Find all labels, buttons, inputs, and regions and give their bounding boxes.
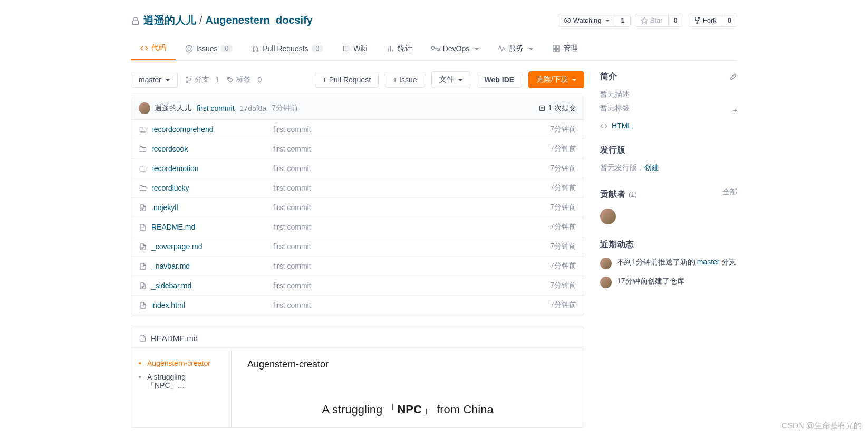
tab-issues[interactable]: Issues0 — [176, 37, 242, 60]
create-release-link[interactable]: 创建 — [644, 163, 659, 172]
file-icon — [139, 203, 147, 212]
repo-title: 逍遥的人儿 / Augenestern_docsify — [131, 13, 313, 27]
tab-pr[interactable]: Pull Requests0 — [242, 37, 333, 60]
tab-service[interactable]: 服务 — [488, 37, 543, 60]
svg-point-10 — [257, 50, 258, 52]
tab-devops[interactable]: DevOps — [422, 37, 489, 60]
file-link[interactable]: .nojekyll — [151, 203, 178, 212]
file-commit-msg: first commit — [273, 281, 550, 290]
file-time: 7分钟前 — [550, 242, 576, 251]
commits-link[interactable]: 1 次提交 — [538, 103, 576, 113]
file-icon — [139, 301, 147, 310]
file-time: 7分钟前 — [550, 281, 576, 290]
file-link[interactable]: recordemotion — [151, 164, 199, 173]
last-commit-bar: 逍遥的人儿 first commit 17d5f8a 7分钟前 1 次提交 — [131, 97, 584, 120]
svg-point-1 — [566, 20, 568, 22]
svg-point-21 — [229, 78, 229, 79]
folder-icon — [139, 145, 147, 154]
branch-link[interactable]: master — [697, 258, 720, 266]
svg-rect-14 — [553, 45, 555, 48]
file-link[interactable]: _coverpage.md — [151, 242, 202, 251]
file-row: recordcookfirst commit7分钟前 — [131, 139, 584, 159]
about-tags: 暂无标签 — [600, 103, 630, 113]
file-time: 7分钟前 — [550, 125, 576, 134]
file-link[interactable]: recordcook — [151, 145, 188, 153]
star-count: 0 — [668, 14, 683, 26]
avatar — [600, 258, 612, 269]
file-link[interactable]: recordcomprehend — [151, 125, 214, 134]
file-commit-msg: first commit — [273, 223, 550, 231]
file-row: _navbar.mdfirst commit7分钟前 — [131, 257, 584, 276]
readme-toc: Augenstern-creatorA struggling 「NPC」… — [131, 349, 232, 427]
star-button[interactable]: Star 0 — [635, 14, 683, 27]
file-link[interactable]: _navbar.md — [151, 262, 190, 270]
branches-link[interactable]: 分支 1 — [185, 75, 220, 84]
repo-link[interactable]: Augenestern_docsify — [206, 14, 313, 26]
repo-tabs: 代码 Issues0 Pull Requests0 Wiki 统计 DevOps… — [131, 37, 737, 61]
folder-icon — [139, 184, 147, 193]
commit-message[interactable]: first commit — [197, 104, 235, 112]
tab-manage[interactable]: 管理 — [543, 37, 587, 60]
fork-button[interactable]: Fork 0 — [688, 14, 737, 27]
tags-link[interactable]: 标签 0 — [227, 75, 262, 84]
lang-link[interactable]: HTML — [612, 121, 632, 130]
svg-rect-16 — [553, 49, 555, 51]
folder-icon — [139, 125, 147, 134]
webide-button[interactable]: Web IDE — [477, 72, 523, 88]
owner-link[interactable]: 逍遥的人儿 — [143, 13, 196, 27]
file-commit-msg: first commit — [273, 242, 550, 251]
file-link[interactable]: README.md — [151, 223, 195, 231]
add-tag-icon[interactable]: + — [733, 106, 737, 115]
file-commit-msg: first commit — [273, 125, 550, 134]
release-title: 发行版 — [600, 145, 625, 156]
file-time: 7分钟前 — [550, 222, 576, 232]
file-row: recordemotionfirst commit7分钟前 — [131, 159, 584, 178]
file-icon — [139, 242, 147, 251]
activity-title: 近期动态 — [600, 239, 634, 250]
file-icon — [139, 223, 147, 232]
file-menu-button[interactable]: 文件 — [431, 71, 470, 88]
svg-rect-0 — [133, 21, 139, 25]
file-row: recordcomprehendfirst commit7分钟前 — [131, 120, 584, 139]
file-link[interactable]: _sidebar.md — [151, 281, 191, 290]
watch-count: 1 — [615, 14, 630, 26]
file-link[interactable]: index.html — [151, 301, 185, 309]
contrib-title: 贡献者(1) — [600, 189, 637, 200]
lock-icon — [131, 14, 140, 26]
toc-item[interactable]: A struggling 「NPC」… — [139, 373, 224, 391]
tab-code[interactable]: 代码 — [131, 37, 176, 60]
new-issue-button[interactable]: + Issue — [385, 72, 425, 88]
readme-h1: Augenstern-creator — [247, 359, 568, 370]
file-icon — [139, 281, 147, 290]
avatar — [600, 277, 612, 288]
watermark: CSDN @生命是有光的 — [782, 421, 862, 428]
branch-select[interactable]: master — [131, 72, 178, 88]
tab-wiki[interactable]: Wiki — [333, 37, 377, 60]
readme-filename: README.md — [151, 334, 198, 343]
commit-author: 逍遥的人儿 — [155, 103, 191, 113]
svg-point-4 — [698, 17, 699, 18]
file-row: _sidebar.mdfirst commit7分钟前 — [131, 276, 584, 296]
edit-about-icon[interactable] — [729, 72, 737, 81]
svg-point-18 — [186, 77, 187, 78]
toc-item[interactable]: Augenstern-creator — [139, 359, 224, 367]
svg-point-7 — [188, 48, 190, 50]
svg-rect-15 — [557, 45, 559, 48]
contributor-avatar[interactable] — [600, 209, 616, 224]
watch-button[interactable]: Watching 1 — [558, 14, 631, 27]
file-row: _coverpage.mdfirst commit7分钟前 — [131, 237, 584, 257]
contrib-all-link[interactable]: 全部 — [722, 187, 737, 197]
file-commit-msg: first commit — [273, 301, 550, 309]
tab-stats[interactable]: 统计 — [377, 37, 422, 60]
new-pr-button[interactable]: + Pull Request — [315, 72, 379, 88]
svg-point-6 — [186, 45, 192, 52]
about-title: 简介 — [600, 71, 617, 82]
about-desc: 暂无描述 — [600, 90, 737, 99]
fork-count: 0 — [722, 14, 737, 26]
file-link[interactable]: recordlucky — [151, 184, 189, 192]
file-time: 7分钟前 — [550, 300, 576, 310]
svg-marker-2 — [641, 17, 648, 23]
readme-tagline: A struggling 「NPC」 from China — [247, 402, 568, 418]
clone-button[interactable]: 克隆/下载 — [528, 71, 584, 88]
file-commit-msg: first commit — [273, 262, 550, 270]
